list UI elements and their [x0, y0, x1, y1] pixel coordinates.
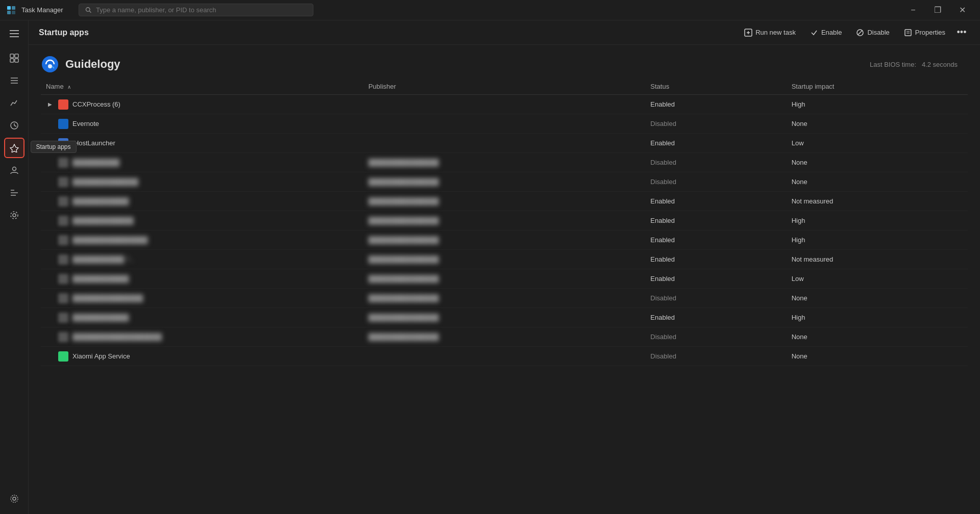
table-row[interactable]: ███████████████████████████EnabledLow: [41, 269, 968, 289]
close-button[interactable]: ✕: [950, 2, 974, 18]
row-name-cell: ████████████: [46, 196, 358, 207]
sort-arrow-name: ∧: [67, 84, 71, 90]
svg-rect-0: [7, 6, 11, 10]
startup-apps-icon: [10, 143, 19, 152]
table-row[interactable]: Xiaomi App ServiceDisabledNone: [41, 347, 968, 366]
services-icon: [10, 211, 19, 220]
enable-button[interactable]: Enable: [804, 25, 848, 40]
app-name: Xiaomi App Service: [72, 352, 130, 360]
table-row[interactable]: ████████████████████████████EnabledHigh: [41, 211, 968, 230]
expand-button[interactable]: [46, 352, 54, 361]
table-row[interactable]: ███████████████████████████EnabledHigh: [41, 308, 968, 327]
status-cell: Disabled: [645, 347, 786, 366]
sidebar-item-processes[interactable]: [4, 70, 24, 91]
row-name-cell: ▶CCXProcess (6): [46, 99, 358, 110]
publisher-cell: ███████████████: [363, 308, 646, 327]
blurred-app-name: ███████████ T...: [72, 255, 135, 263]
status-cell: Enabled: [645, 192, 786, 211]
titlebar: Task Manager − ❐ ✕: [0, 0, 980, 20]
content-header: Startup apps Run new task Enable: [29, 20, 980, 45]
sidebar-item-users[interactable]: [4, 160, 24, 181]
publisher-cell: ███████████████: [363, 153, 646, 172]
col-header-publisher[interactable]: Publisher: [363, 79, 646, 95]
table-row[interactable]: EvernoteDisabledNone: [41, 114, 968, 134]
svg-point-24: [11, 212, 18, 219]
col-header-impact[interactable]: Startup impact: [787, 79, 968, 95]
disable-button[interactable]: Disable: [850, 25, 895, 40]
table-body: ▶CCXProcess (6)EnabledHighEvernoteDisabl…: [41, 95, 968, 366]
sidebar-item-settings[interactable]: [4, 489, 24, 509]
col-header-status[interactable]: Status: [645, 79, 786, 95]
blurred-app-name: █████████████: [72, 217, 134, 224]
svg-rect-1: [12, 6, 15, 10]
guidelogy-logo: [41, 55, 59, 73]
content-area: Startup apps Run new task Enable: [29, 20, 980, 514]
table-row[interactable]: ███████████████████████████EnabledNot me…: [41, 192, 968, 211]
row-name-cell: iHostLauncher: [46, 138, 358, 148]
blurred-app-icon: [58, 293, 68, 303]
publisher-cell: ███████████████: [363, 230, 646, 250]
publisher-cell: ███████████████: [363, 327, 646, 347]
svg-rect-10: [15, 54, 18, 58]
app-icon: [58, 138, 68, 148]
sidebar-item-app-history[interactable]: [4, 115, 24, 136]
row-name-cell: ████████████: [46, 313, 358, 323]
hamburger-button[interactable]: [4, 24, 24, 43]
sidebar-item-performance[interactable]: [4, 93, 24, 113]
table-row[interactable]: ██████████████████████████████DisabledNo…: [41, 289, 968, 308]
blurred-app-icon: [58, 158, 68, 168]
table-row[interactable]: █████████████████████████DisabledNone: [41, 153, 968, 172]
page-title: Startup apps: [39, 28, 89, 37]
impact-cell: Not measured: [787, 250, 968, 269]
users-icon: [10, 166, 19, 175]
table-row[interactable]: █████████████████████████████DisabledNon…: [41, 172, 968, 192]
run-new-task-icon: [744, 29, 752, 37]
search-input[interactable]: [96, 6, 307, 14]
impact-cell: None: [787, 289, 968, 308]
row-name-cell: ███████████ T...: [46, 254, 358, 265]
publisher-cell: ███████████████: [363, 192, 646, 211]
row-name-cell: ████████████████: [46, 235, 358, 245]
expand-button[interactable]: [46, 139, 54, 147]
blurred-app-name: ███████████████: [72, 294, 143, 302]
app-name: iHostLauncher: [72, 139, 115, 147]
table-row[interactable]: ███████████ T...███████████████EnabledNo…: [41, 250, 968, 269]
sidebar: Startup apps: [0, 20, 29, 514]
impact-cell: Not measured: [787, 192, 968, 211]
properties-icon: [904, 29, 912, 37]
blurred-app-icon: [58, 313, 68, 323]
col-header-name[interactable]: Name ∧: [41, 79, 363, 95]
impact-cell: High: [787, 95, 968, 114]
status-cell: Enabled: [645, 95, 786, 114]
sidebar-item-services[interactable]: [4, 205, 24, 225]
impact-cell: High: [787, 308, 968, 327]
more-options-button[interactable]: •••: [953, 24, 970, 41]
sidebar-item-details[interactable]: [4, 183, 24, 203]
run-new-task-button[interactable]: Run new task: [738, 25, 802, 40]
expand-button[interactable]: ▶: [46, 100, 54, 109]
table-row[interactable]: ██████████████████████████████████Disabl…: [41, 327, 968, 347]
minimize-button[interactable]: −: [901, 2, 925, 18]
table-row[interactable]: iHostLauncherEnabledLow: [41, 134, 968, 153]
svg-point-23: [13, 214, 16, 217]
search-bar[interactable]: [79, 4, 313, 16]
app-name: CCXProcess (6): [72, 100, 120, 108]
status-cell: Disabled: [645, 289, 786, 308]
sidebar-item-overview[interactable]: [4, 48, 24, 68]
sidebar-item-startup-apps[interactable]: Startup apps: [4, 138, 24, 158]
table-row[interactable]: ▶CCXProcess (6)EnabledHigh: [41, 95, 968, 114]
publisher-cell: [363, 114, 646, 134]
guidelogy-title: Guidelogy: [65, 58, 120, 71]
publisher-cell: [363, 134, 646, 153]
blurred-app-icon: [58, 196, 68, 207]
table-row[interactable]: ███████████████████████████████EnabledHi…: [41, 230, 968, 250]
row-name-cell: ██████████: [46, 158, 358, 168]
performance-icon: [10, 98, 19, 108]
expand-button[interactable]: [46, 120, 54, 128]
maximize-button[interactable]: ❐: [926, 2, 949, 18]
row-name-cell: Xiaomi App Service: [46, 351, 358, 362]
blurred-app-name: ████████████: [72, 314, 129, 321]
properties-button[interactable]: Properties: [898, 25, 951, 40]
row-name-cell: ███████████████████: [46, 332, 358, 342]
row-name-cell: ███████████████: [46, 293, 358, 303]
